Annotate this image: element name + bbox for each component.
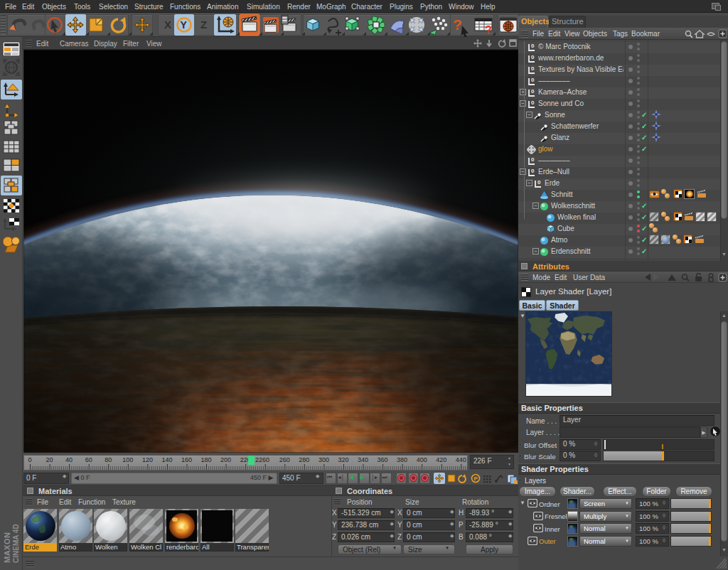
svg-text:0: 0	[531, 156, 535, 163]
svg-text:320: 320	[338, 456, 348, 463]
svg-text:0: 0	[537, 179, 541, 185]
svg-text:0: 0	[531, 43, 535, 49]
svg-text:380: 380	[397, 456, 407, 463]
svg-text:160: 160	[181, 456, 192, 463]
svg-text:20: 20	[46, 456, 53, 463]
svg-text:Y: Y	[181, 19, 188, 31]
svg-text:140: 140	[161, 456, 172, 463]
svg-text:0: 0	[531, 88, 535, 95]
svg-text:180: 180	[200, 456, 211, 463]
svg-text:Z: Z	[200, 18, 207, 31]
svg-text:420: 420	[436, 456, 446, 463]
svg-text:0: 0	[531, 77, 535, 83]
svg-text:100: 100	[122, 456, 133, 463]
svg-text:300: 300	[318, 456, 329, 463]
svg-text:0: 0	[531, 65, 535, 72]
svg-text:0: 0	[531, 100, 535, 106]
svg-text:X: X	[164, 18, 171, 31]
svg-text:360: 360	[378, 456, 388, 463]
svg-text:340: 340	[358, 456, 368, 463]
svg-text:260: 260	[279, 456, 290, 463]
svg-text:80: 80	[105, 456, 112, 463]
svg-text:0: 0	[531, 168, 535, 174]
svg-text:400: 400	[417, 456, 427, 463]
svg-text:2260: 2260	[255, 456, 269, 463]
svg-text:?: ?	[485, 24, 492, 36]
svg-text:120: 120	[142, 456, 153, 463]
svg-text:?: ?	[453, 16, 462, 33]
svg-text:60: 60	[85, 456, 92, 463]
svg-text:440: 440	[456, 456, 466, 463]
svg-text:P: P	[474, 475, 478, 482]
svg-text:40: 40	[65, 456, 73, 463]
svg-text:280: 280	[299, 456, 309, 463]
svg-text:0: 0	[28, 456, 31, 463]
svg-text:200: 200	[220, 456, 231, 463]
svg-text:0: 0	[531, 54, 535, 60]
